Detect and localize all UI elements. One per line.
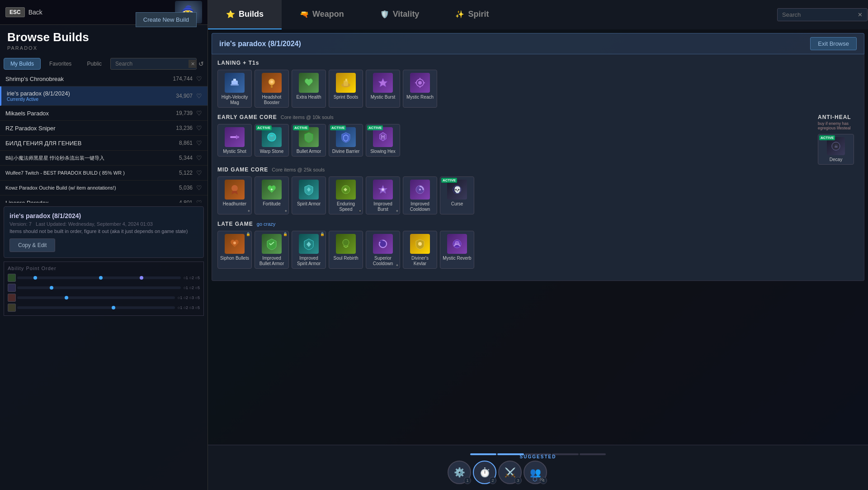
build-item[interactable]: Mikaels Paradox 19,739 ♡ <box>0 106 208 121</box>
back-button[interactable]: Back <box>28 9 42 16</box>
build-content-header: irie's paradox (8/1/2024) Exit Browse <box>212 33 864 54</box>
refresh-button[interactable]: ↺ <box>198 60 204 67</box>
item-improved-bullet-armor[interactable]: Improved Bullet Armor 🔒 <box>255 231 289 269</box>
item-improved-burst[interactable]: Improved Burst ✦ <box>366 176 400 214</box>
item-name: Sprint Boots <box>331 95 361 100</box>
build-count: 13,236 <box>176 125 193 131</box>
build-item[interactable]: БИЛД ГЕНИЯ ДЛЯ ГЕНИЕВ 8,861 ♡ <box>0 136 208 151</box>
weapon-icon: 🔫 <box>300 10 309 19</box>
svg-point-18 <box>268 133 276 141</box>
item-mystic-reverb[interactable]: Mystic Reverb <box>440 231 474 269</box>
suggested-icon-1[interactable]: ⚙️ 1 <box>448 461 471 484</box>
page-title: Browse Builds <box>7 30 89 44</box>
build-item[interactable]: Kowz Paradox Ouchie Build (w/ item annot… <box>0 181 208 195</box>
item-superior-cooldown[interactable]: Superior Cooldown ✦ <box>366 231 400 269</box>
ability-num: ○1 ○2 ○3 ○5 <box>178 305 200 310</box>
copy-edit-button[interactable]: Copy & Edit <box>9 238 55 252</box>
build-count: 5,344 <box>179 155 193 161</box>
suggested-icon-3[interactable]: ⚔️ 3 <box>498 461 522 484</box>
nav-tab-spirit[interactable]: ✨ Spirit <box>437 0 507 29</box>
build-name: RZ Paradox Sniper <box>5 125 176 132</box>
build-item[interactable]: RZ Paradox Sniper 13,236 ♡ <box>0 121 208 136</box>
build-item[interactable]: irie's paradox (8/1/2024) Currently Acti… <box>0 86 208 106</box>
nav-search-input[interactable] <box>777 8 868 21</box>
item-mystic-reach[interactable]: Mystic Reach <box>403 70 437 108</box>
item-warp-stone[interactable]: ACTIVE Warp Stone <box>255 124 289 157</box>
nav-search: ✕ <box>772 0 868 29</box>
favorite-button[interactable]: ♡ <box>196 75 202 82</box>
build-count: 8,861 <box>179 140 193 146</box>
suggested-num: 1 <box>464 477 471 484</box>
suggested-icon-2[interactable]: ⏱️ 2 <box>473 461 496 484</box>
nav-tab-weapon-label: Weapon <box>312 10 344 19</box>
item-improved-cooldown[interactable]: Improved Cooldown <box>403 176 437 214</box>
favorite-button[interactable]: ♡ <box>196 92 202 100</box>
favorite-button[interactable]: ♡ <box>196 109 202 117</box>
item-soul-rebirth[interactable]: Soul Rebirth <box>329 231 363 269</box>
favorite-button[interactable]: ♡ <box>196 199 202 203</box>
item-icon: ⊕ <box>336 180 356 200</box>
tab-my-builds[interactable]: My Builds <box>4 58 41 70</box>
esc-button[interactable]: ESC <box>5 7 25 17</box>
item-enduring-speed[interactable]: ⊕ Enduring Speed ✦ <box>329 176 363 214</box>
svg-rect-2 <box>231 84 239 86</box>
favorite-button[interactable]: ♡ <box>196 139 202 147</box>
nav-tab-spirit-label: Spirit <box>468 10 489 19</box>
item-curse[interactable]: ACTIVE 💀 Curse <box>440 176 474 214</box>
build-item[interactable]: Shrimp's Chronobreak 174,744 ♡ <box>0 71 208 86</box>
nav-tab-vitality[interactable]: 🛡️ Vitality <box>362 0 438 29</box>
build-item[interactable]: B站小魔法师黑星星 悖论秒杀流出装一键导入 5,344 ♡ <box>0 151 208 166</box>
item-mystic-burst[interactable]: Mystic Burst <box>366 70 400 108</box>
exit-browse-button[interactable]: Exit Browse <box>810 37 857 50</box>
item-improved-spirit-armor[interactable]: Improved Spirit Armor 🔒 <box>292 231 326 269</box>
favorite-button[interactable]: ♡ <box>196 154 202 162</box>
item-icon <box>410 234 430 254</box>
suggested-icon-symbol: ⚙️ <box>454 467 465 478</box>
early-game-section-header: EARLY GAME CORE Core items @ 10k souls M… <box>217 114 859 165</box>
favorite-button[interactable]: ♡ <box>196 169 202 176</box>
vitality-icon: 🛡️ <box>380 10 389 19</box>
nav-tab-weapon[interactable]: 🔫 Weapon <box>282 0 362 29</box>
ability-dot <box>33 276 37 280</box>
item-name: Mystic Shot <box>220 149 250 154</box>
item-name: Soul Rebirth <box>331 256 361 261</box>
tab-favorites[interactable]: Favorites <box>42 58 78 70</box>
mid-game-section-header: MID GAME CORE Core items @ 25k souls <box>217 167 859 173</box>
mid-game-subtitle: Core items @ 25k souls <box>272 167 325 172</box>
create-build-button[interactable]: Create New Build <box>136 12 197 27</box>
item-extra-health[interactable]: Extra Health <box>292 70 326 108</box>
build-count: 5,036 <box>179 185 193 191</box>
link-icon-1: ⬡ <box>533 476 537 482</box>
suggested-icon-symbol: ⏱️ <box>479 467 491 478</box>
item-diviners-kevlar[interactable]: Diviner's Kevlar <box>403 231 437 269</box>
nav-search-clear[interactable]: ✕ <box>858 11 863 18</box>
build-search-input[interactable] <box>110 58 197 70</box>
spirit-icon: ✨ <box>455 10 464 19</box>
late-game-title: LATE GAME <box>217 221 253 227</box>
active-badge: ACTIVE <box>256 125 272 130</box>
build-item[interactable]: Wulfee7 Twitch - BEST PARADOX BUILD ( 85… <box>0 166 208 181</box>
item-fortitude[interactable]: + Fortitude ✦ <box>255 176 289 214</box>
search-clear-button[interactable]: ✕ <box>189 60 197 68</box>
svg-point-23 <box>231 185 238 191</box>
tab-public[interactable]: Public <box>80 58 108 70</box>
item-spirit-armor[interactable]: Spirit Armor <box>292 176 326 214</box>
svg-point-28 <box>382 188 384 191</box>
item-siphon-bullets[interactable]: Siphon Bullets 🔒 <box>217 231 252 269</box>
favorite-button[interactable]: ♡ <box>196 184 202 191</box>
item-headhunter[interactable]: Headhunter ✦ <box>217 176 252 214</box>
item-icon <box>225 127 245 147</box>
item-decay[interactable]: ACTIVE ☠ Decay <box>818 134 854 165</box>
item-headshot-booster[interactable]: Headshot Booster <box>255 70 289 108</box>
item-slowing-hex[interactable]: ACTIVE H Slowing Hex <box>366 124 400 157</box>
favorite-button[interactable]: ♡ <box>196 124 202 132</box>
item-sprint-boots[interactable]: Sprint Boots <box>329 70 363 108</box>
item-name: Improved Burst <box>368 201 398 212</box>
ability-dot <box>140 276 143 280</box>
item-divine-barrier[interactable]: ACTIVE Divine Barrier <box>329 124 363 157</box>
build-item[interactable]: Linepro Paradox 4,801 ♡ <box>0 195 208 203</box>
nav-tab-builds[interactable]: ⭐ Builds <box>208 0 282 29</box>
item-mystic-shot[interactable]: Mystic Shot <box>217 124 252 157</box>
item-high-velocity-mag[interactable]: High-Velocity Mag <box>217 70 252 108</box>
item-bullet-armor[interactable]: ACTIVE Bullet Armor <box>292 124 326 157</box>
